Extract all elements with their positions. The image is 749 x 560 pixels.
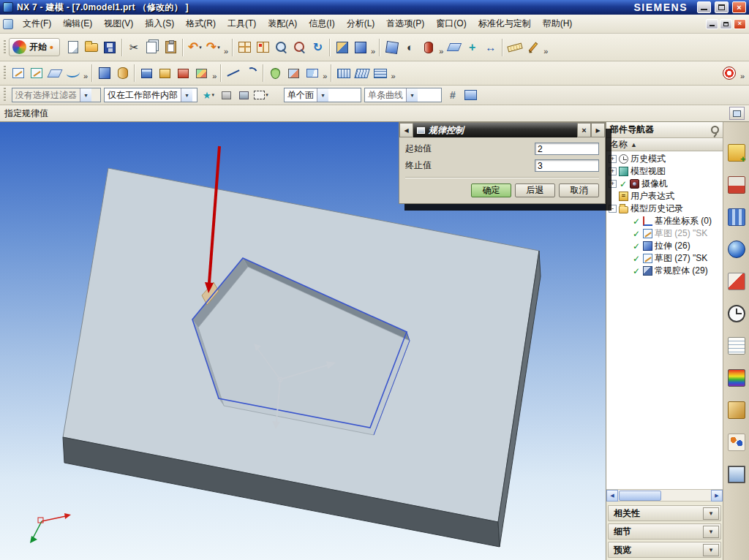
section-expand-button[interactable]: ▾: [703, 544, 719, 556]
section-expand-button[interactable]: ▾: [703, 526, 719, 538]
tree-item-model-history[interactable]: -模型历史记录: [606, 203, 723, 215]
redo-icon[interactable]: ↷▾: [204, 38, 222, 57]
checkbox-checked-icon[interactable]: ✓: [632, 266, 641, 276]
internet-explorer-icon[interactable]: [726, 239, 747, 260]
block-icon[interactable]: [138, 64, 156, 82]
section-expand-button[interactable]: ▾: [703, 507, 719, 520]
cavity-icon[interactable]: [192, 64, 211, 82]
zoom-window-icon[interactable]: [272, 38, 290, 57]
navigator-column-header[interactable]: 名称 ▲: [606, 138, 723, 151]
toolbar-overflow-button[interactable]: »: [437, 47, 445, 56]
toolbar-grip[interactable]: [4, 40, 6, 55]
tree-item-extrude-26[interactable]: ✓拉伸 (26): [606, 240, 723, 252]
touch-icon[interactable]: [726, 464, 747, 485]
dropdown-arrow-icon[interactable]: ▾: [266, 92, 268, 98]
measure-distance-icon[interactable]: [505, 38, 524, 57]
history-icon[interactable]: [726, 303, 747, 324]
checkbox-checked-icon[interactable]: ✓: [619, 179, 628, 189]
refresh-view-icon[interactable]: ↻: [309, 38, 327, 57]
doc-close-button[interactable]: ×: [734, 19, 746, 29]
menu-window[interactable]: 窗口(O): [430, 15, 472, 33]
palette-icon[interactable]: [726, 368, 747, 388]
roles-icon[interactable]: [726, 432, 747, 453]
datum-plane-icon[interactable]: [45, 64, 64, 82]
end-value-input[interactable]: [535, 159, 599, 172]
dialog-window-icon[interactable]: [462, 87, 478, 103]
highlight-icon[interactable]: [236, 87, 252, 103]
curve-rule-dropdown[interactable]: 单条曲线 ▾: [364, 88, 442, 102]
scroll-left-icon[interactable]: ◀: [606, 490, 618, 502]
expand-icon[interactable]: +: [609, 167, 617, 175]
checkbox-checked-icon[interactable]: ✓: [632, 216, 641, 227]
dropdown-arrow-icon[interactable]: ▾: [317, 88, 328, 102]
pin-icon[interactable]: [711, 126, 719, 134]
dropdown-arrow-icon[interactable]: ▾: [406, 88, 418, 102]
shaded-display-icon[interactable]: [351, 38, 369, 57]
new-file-icon[interactable]: [64, 38, 83, 57]
toolbar-overflow-button[interactable]: »: [542, 47, 549, 56]
dialog-close-button[interactable]: ×: [577, 123, 591, 137]
toolbar-grip[interactable]: [4, 66, 6, 80]
toolbar-overflow-button[interactable]: »: [739, 72, 746, 80]
information-icon[interactable]: [726, 336, 747, 356]
tree-item-cameras[interactable]: +✓摄像机: [606, 178, 723, 190]
toolbar-overflow-button[interactable]: »: [369, 47, 377, 56]
sort-ascending-icon[interactable]: ▲: [631, 141, 637, 148]
unite-icon[interactable]: [266, 64, 285, 82]
tree-item-general-pocket-29[interactable]: ✓常规腔体 (29): [606, 265, 723, 277]
back-button[interactable]: 后退: [515, 183, 555, 197]
dialog-forward-arrow[interactable]: ▶: [591, 123, 605, 137]
hd3d-tool-icon[interactable]: [726, 271, 747, 292]
menu-edit[interactable]: 编辑(E): [57, 15, 98, 33]
n-sided-surface-icon[interactable]: [371, 64, 389, 82]
toolbar-overflow-button[interactable]: »: [82, 72, 89, 80]
dialog-title-area[interactable]: 规律控制: [413, 123, 577, 137]
checkbox-checked-icon[interactable]: ✓: [632, 229, 641, 239]
toolbar-grip[interactable]: [4, 88, 6, 102]
toolbar-overflow-button[interactable]: »: [222, 47, 230, 56]
dropdown-arrow-icon[interactable]: ▾: [199, 45, 202, 50]
constraint-navigator-icon[interactable]: [726, 175, 747, 195]
cut-icon[interactable]: ✂: [125, 38, 143, 57]
part-navigator-icon[interactable]: [726, 207, 747, 227]
tree-item-model-views[interactable]: +模型视图: [606, 165, 723, 178]
extrude-icon[interactable]: [95, 64, 113, 82]
section-dependencies[interactable]: 相关性▾: [608, 505, 721, 521]
through-curves-icon[interactable]: [334, 64, 353, 82]
minimize-button[interactable]: [697, 1, 711, 13]
datum-display-icon[interactable]: [445, 38, 463, 57]
subtract-icon[interactable]: [285, 64, 303, 82]
window-layout-icon[interactable]: [254, 38, 272, 57]
constraint-display-icon[interactable]: +: [463, 38, 481, 57]
tree-item-history-mode[interactable]: +历史模式: [606, 153, 723, 165]
tree-item-user-expressions[interactable]: 用户表达式: [606, 190, 723, 203]
grid-snap-icon[interactable]: #: [445, 87, 461, 103]
menu-insert[interactable]: 插入(S): [139, 15, 180, 33]
start-value-input[interactable]: [535, 143, 599, 155]
ok-button[interactable]: 确定: [471, 183, 511, 197]
assembly-navigator-icon[interactable]: [726, 143, 747, 163]
doc-minimize-button[interactable]: [706, 19, 718, 29]
curve-icon[interactable]: [64, 64, 82, 82]
menu-preferences[interactable]: 首选项(P): [380, 15, 430, 33]
navigator-horizontal-scrollbar[interactable]: ◀ ▶: [606, 490, 723, 502]
dropdown-arrow-icon[interactable]: ▾: [212, 92, 215, 98]
checkbox-checked-icon[interactable]: ✓: [632, 254, 641, 264]
selection-filter-dropdown[interactable]: 没有选择过滤器 ▾: [12, 88, 101, 102]
save-icon[interactable]: [101, 38, 119, 57]
marquee-select-icon[interactable]: ▾: [253, 87, 269, 103]
display-part-icon[interactable]: [236, 38, 254, 57]
menu-file[interactable]: 文件(F): [17, 15, 57, 33]
section-preview[interactable]: 预览▾: [608, 542, 721, 558]
boss-icon[interactable]: [174, 64, 192, 82]
doc-restore-button[interactable]: [720, 19, 732, 29]
tree-item-sketch-27[interactable]: ✓草图 (27) "SK: [606, 252, 723, 265]
toolbar-overflow-button[interactable]: »: [389, 72, 396, 80]
trim-body-icon[interactable]: [303, 64, 321, 82]
selection-priority-icon[interactable]: [218, 87, 234, 103]
scrollbar-thumb[interactable]: [619, 491, 661, 501]
menu-customize[interactable]: 标准化与定制: [473, 15, 537, 33]
tree-item-sketch-25[interactable]: ✓草图 (25) "SK: [606, 227, 723, 240]
sketch-in-task-icon[interactable]: [27, 64, 45, 82]
revolve-icon[interactable]: [113, 64, 132, 82]
